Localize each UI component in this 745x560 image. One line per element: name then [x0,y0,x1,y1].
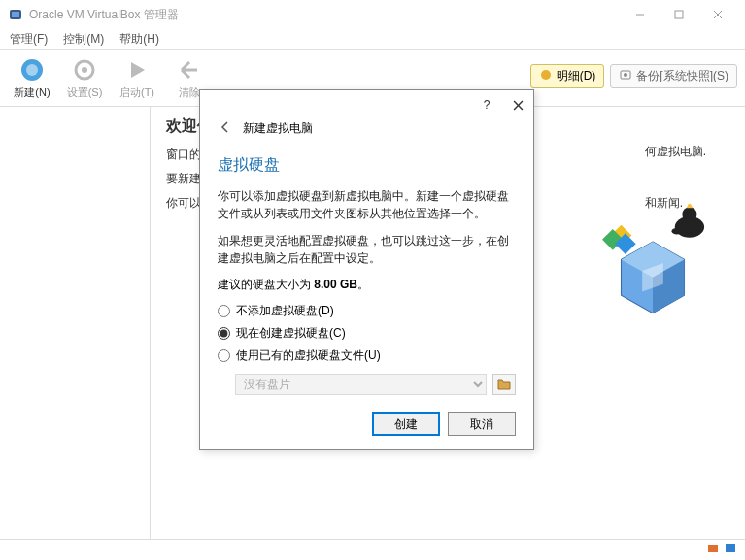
logo-cube-icon [590,204,716,333]
maximize-button[interactable] [660,1,698,28]
menu-control[interactable]: 控制(M) [57,29,110,49]
discard-icon [176,56,203,83]
detail-toggle[interactable]: 明细(D) [530,64,605,88]
snapshot-toggle[interactable]: 备份[系统快照](S) [610,64,737,88]
svg-point-9 [82,67,87,73]
statusbar [0,539,745,560]
dialog-help-button[interactable]: ? [477,95,496,115]
svg-point-10 [541,70,551,80]
app-icon [8,7,23,22]
svg-point-14 [672,228,683,235]
close-button[interactable] [698,1,737,28]
svg-rect-16 [708,545,718,552]
svg-rect-17 [726,544,735,552]
dialog-header: 新建虚拟电脑 [243,120,313,137]
radio-create-disk[interactable]: 现在创建虚拟硬盘(C) [218,325,516,342]
cancel-button[interactable]: 取消 [448,412,516,436]
toolbar-start: 启动(T) [111,56,163,100]
toolbar-new[interactable]: 新建(N) [6,56,58,100]
browse-folder-button [492,374,516,395]
dialog-paragraph-1: 你可以添加虚拟硬盘到新虚拟电脑中。新建一个虚拟硬盘文件或从列表或用文件夹图标从其… [218,187,516,222]
status-icon-1 [706,542,720,558]
svg-point-15 [682,207,696,221]
existing-disk-select: 没有盘片 [235,374,487,395]
vm-list-sidebar[interactable] [0,107,151,539]
toolbar-settings: 设置(S) [58,56,111,100]
radio-no-disk[interactable]: 不添加虚拟硬盘(D) [218,303,516,319]
dialog-close-button[interactable] [508,95,527,115]
svg-rect-3 [675,11,683,18]
new-vm-dialog: ? 新建虚拟电脑 虚拟硬盘 你可以添加虚拟硬盘到新虚拟电脑中。新建一个虚拟硬盘文… [199,89,534,450]
create-button[interactable]: 创建 [372,412,440,436]
menubar: 管理(F) 控制(M) 帮助(H) [0,29,745,50]
back-arrow-icon[interactable] [218,119,233,138]
minimize-button[interactable] [621,1,660,28]
window-title: Oracle VM VirtualBox 管理器 [29,7,621,23]
svg-point-12 [624,73,627,77]
dialog-section-title: 虚拟硬盘 [218,155,516,176]
status-icon-2 [724,542,737,558]
radio-existing-disk[interactable]: 使用已有的虚拟硬盘文件(U) [218,347,516,364]
gear-icon [71,56,98,83]
snapshot-icon [619,68,632,84]
recommended-size: 建议的硬盘大小为 8.00 GB。 [218,277,516,293]
menu-file[interactable]: 管理(F) [4,29,53,49]
menu-help[interactable]: 帮助(H) [114,29,165,49]
start-icon [123,56,151,83]
svg-rect-1 [12,12,19,17]
dialog-paragraph-2: 如果想更灵活地配置虚拟硬盘，也可以跳过这一步，在创建虚拟电脑之后在配置中设定。 [218,232,516,267]
new-icon [18,56,46,83]
window-titlebar: Oracle VM VirtualBox 管理器 [0,0,745,29]
dialog-titlebar: ? [200,90,533,119]
detail-icon [539,68,553,84]
svg-point-7 [26,64,38,76]
